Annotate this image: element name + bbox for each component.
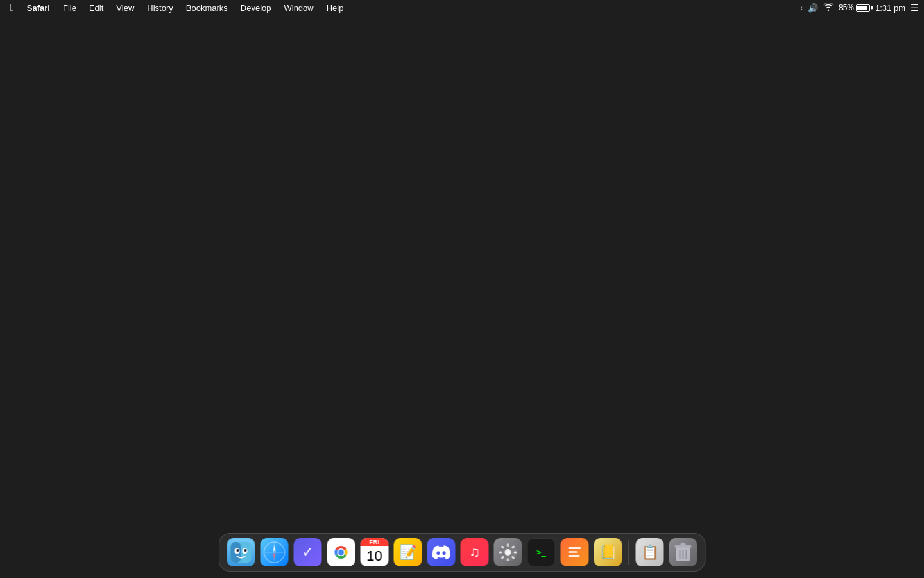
- stack-icon: 📋: [636, 538, 664, 566]
- notes-icon: 📝: [394, 538, 422, 566]
- desktop: [0, 15, 924, 578]
- menubar-left:  Safari File Edit View History Bookmark…: [5, 2, 348, 14]
- menu-bookmarks[interactable]: Bookmarks: [181, 2, 233, 14]
- dock-item-music[interactable]: ♫: [459, 537, 490, 568]
- svg-point-17: [505, 549, 511, 556]
- svg-rect-26: [569, 547, 581, 549]
- svg-point-7: [244, 549, 247, 552]
- calendar-icon: FRI 10: [361, 538, 389, 566]
- svg-rect-20: [514, 552, 517, 554]
- dock-item-notes[interactable]: 📝: [393, 537, 424, 568]
- finder-icon: [227, 538, 255, 566]
- menu-view[interactable]: View: [111, 2, 139, 14]
- dock-item-stack[interactable]: 📋: [635, 537, 665, 568]
- svg-rect-18: [507, 543, 509, 547]
- notification-center-icon[interactable]: ☰: [911, 3, 919, 13]
- dock-item-finder[interactable]: [226, 537, 257, 568]
- menu-window[interactable]: Window: [278, 2, 318, 14]
- system-preferences-icon: [494, 538, 522, 566]
- fantastical-icon: ✓: [294, 538, 322, 566]
- battery-fill: [857, 6, 867, 10]
- chrome-icon: [327, 538, 355, 566]
- trash-icon: [669, 538, 697, 566]
- menu-edit[interactable]: Edit: [84, 2, 108, 14]
- battery-container[interactable]: 85%: [839, 3, 870, 12]
- svg-rect-27: [569, 551, 578, 553]
- wifi-icon[interactable]: [823, 3, 834, 13]
- menubar:  Safari File Edit View History Bookmark…: [0, 0, 924, 15]
- battery-percent: 85%: [839, 3, 854, 12]
- svg-point-15: [338, 550, 344, 556]
- dock-item-terminal[interactable]: >_: [526, 537, 557, 568]
- clock[interactable]: 1:31 pm: [875, 3, 905, 13]
- input-menu-icon: ‹: [800, 4, 803, 12]
- menu-help[interactable]: Help: [321, 2, 349, 14]
- dock-item-calendar[interactable]: FRI 10: [359, 537, 390, 568]
- svg-rect-22: [507, 558, 509, 561]
- svg-rect-24: [499, 552, 502, 554]
- notebooks-icon: 📒: [594, 538, 622, 566]
- menu-safari[interactable]: Safari: [22, 2, 55, 14]
- dock-item-notebooks[interactable]: 📒: [593, 537, 624, 568]
- svg-rect-31: [681, 543, 686, 545]
- menu-history[interactable]: History: [142, 2, 178, 14]
- menu-file[interactable]: File: [58, 2, 81, 14]
- svg-rect-30: [675, 545, 692, 548]
- discord-icon: [427, 538, 456, 566]
- dock-item-sublime[interactable]: [560, 537, 590, 568]
- dock-item-safari[interactable]: [259, 537, 290, 568]
- svg-point-6: [237, 549, 239, 552]
- svg-rect-28: [569, 555, 580, 557]
- volume-icon[interactable]: 🔊: [808, 3, 818, 13]
- dock: ✓ FRI 10 📝: [219, 533, 706, 572]
- dock-item-fantastical[interactable]: ✓: [293, 537, 323, 568]
- dock-separator: [629, 540, 629, 565]
- menu-develop[interactable]: Develop: [235, 2, 277, 14]
- dock-item-system-preferences[interactable]: [493, 537, 524, 568]
- calendar-month: FRI: [361, 538, 389, 546]
- calendar-day: 10: [361, 546, 389, 566]
- sublime-text-icon: [561, 538, 589, 566]
- dock-item-discord[interactable]: [426, 537, 457, 568]
- terminal-icon: >_: [527, 538, 556, 566]
- dock-item-trash[interactable]: [668, 537, 699, 568]
- menubar-right: ‹ 🔊 85% 1:31 pm ☰: [800, 3, 919, 13]
- dock-item-chrome[interactable]: [326, 537, 357, 568]
- battery-icon: [856, 4, 870, 12]
- music-icon: ♫: [461, 538, 489, 566]
- safari-icon: [261, 538, 289, 566]
- apple-menu[interactable]: : [5, 2, 19, 13]
